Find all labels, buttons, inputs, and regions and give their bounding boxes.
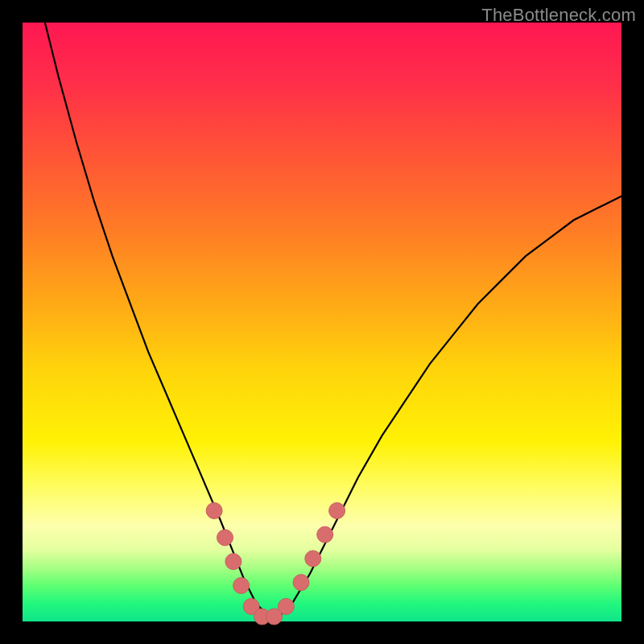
curve-marker: [233, 577, 250, 593]
curve-marker: [329, 502, 345, 518]
plot-area: [23, 23, 621, 621]
curve-marker: [206, 502, 222, 518]
bottleneck-curve: [23, 0, 621, 616]
curve-svg: [23, 23, 621, 621]
curve-marker: [317, 526, 333, 543]
curve-marker: [217, 530, 233, 546]
chart-frame: TheBottleneck.com: [0, 0, 644, 644]
watermark-text: TheBottleneck.com: [481, 5, 636, 26]
curve-marker: [225, 554, 242, 570]
curve-marker: [278, 598, 294, 614]
curve-marker: [305, 551, 321, 567]
marker-group: [206, 502, 345, 625]
curve-marker: [293, 575, 309, 591]
